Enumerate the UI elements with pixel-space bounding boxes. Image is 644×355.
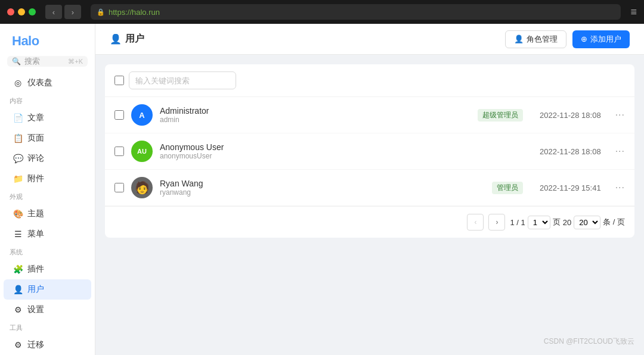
app-layout: Halo 🔍 搜索 ⌘+K ◎ 仪表盘 内容 📄 文章 📋 页面 💬 评论 📁 …	[0, 24, 644, 355]
page-title-icon: 👤	[110, 33, 122, 45]
pagination-current: 1 / 1	[510, 218, 525, 227]
sidebar-item-attachments[interactable]: 📁 附件	[4, 169, 91, 189]
user-avatar-3: 🧑	[131, 177, 153, 198]
user-checkbox-2[interactable]	[114, 147, 124, 156]
user-more-actions-2[interactable]: ···	[615, 146, 625, 157]
user-avatar-1: A	[131, 104, 153, 126]
user-login-name-3: ryanwang	[160, 188, 485, 197]
add-user-button[interactable]: ⊕ 添加用户	[572, 30, 630, 48]
pagination-next-button[interactable]: ›	[488, 214, 505, 231]
minimize-traffic-light[interactable]	[18, 8, 25, 15]
sidebar-item-label: 评论	[27, 153, 44, 164]
table-row: 🧑 Ryan Wang ryanwang 管理员 2022-11-29 15:4…	[105, 170, 634, 206]
migrate-icon: ⚙	[13, 340, 23, 350]
sidebar-item-themes[interactable]: 🎨 主题	[4, 204, 91, 224]
table-row: AU Anonymous User anonymousUser 2022-11-…	[105, 133, 634, 170]
role-btn-label: 角色管理	[527, 34, 558, 45]
add-icon: ⊕	[581, 35, 587, 43]
sidebar-search[interactable]: 🔍 搜索 ⌘+K	[7, 56, 88, 67]
sidebar-item-label: 迁移	[27, 340, 44, 350]
search-icon: 🔍	[12, 57, 21, 66]
add-btn-label: 添加用户	[590, 34, 621, 45]
user-display-name-3: Ryan Wang	[160, 179, 485, 188]
pagination-row: ‹ › 1 / 1 1 页 20 20 条 / 页	[105, 206, 634, 238]
sidebar-item-users[interactable]: 👤 用户	[4, 279, 91, 300]
settings-icon: ⚙	[13, 305, 23, 314]
page-title: 👤 用户	[110, 33, 144, 45]
user-avatar-2: AU	[131, 141, 153, 162]
user-more-actions-1[interactable]: ···	[615, 110, 625, 120]
user-role-badge-3: 管理员	[492, 182, 523, 194]
pagination-page-select[interactable]: 1	[528, 216, 550, 229]
users-table-card: A Administrator admin 超级管理员 2022-11-28 1…	[105, 64, 634, 238]
sidebar-item-dashboard[interactable]: ◎ 仪表盘	[4, 73, 91, 93]
sidebar-item-label: 页面	[27, 133, 44, 144]
search-shortcut: ⌘+K	[68, 58, 83, 66]
titlebar: ‹ › 🔒 https://halo.run ≡	[0, 0, 644, 24]
search-input[interactable]	[135, 76, 230, 85]
sidebar-section-appearance: 外观	[0, 189, 95, 204]
user-more-actions-3[interactable]: ···	[615, 182, 625, 193]
sidebar-section-content: 内容	[0, 93, 95, 108]
nav-buttons: ‹ ›	[45, 5, 81, 19]
page-header: 👤 用户 👤 角色管理 ⊕ 添加用户	[95, 24, 644, 55]
user-display-name-2: Anonymous User	[160, 142, 532, 152]
pagination-prev-button[interactable]: ‹	[467, 214, 484, 231]
sidebar-section-system: 系统	[0, 244, 95, 259]
page-header-actions: 👤 角色管理 ⊕ 添加用户	[505, 30, 630, 48]
menus-icon: ☰	[13, 229, 23, 239]
sidebar-item-label: 文章	[27, 113, 44, 123]
role-icon: 👤	[514, 35, 524, 43]
address-bar[interactable]: 🔒 https://halo.run	[91, 4, 621, 20]
sidebar-item-label: 附件	[27, 173, 44, 184]
traffic-lights	[7, 8, 36, 15]
sidebar-item-comments[interactable]: 💬 评论	[4, 148, 91, 169]
menu-button[interactable]: ≡	[630, 6, 637, 18]
select-all-checkbox[interactable]	[114, 76, 124, 85]
users-icon: 👤	[13, 285, 23, 294]
role-management-button[interactable]: 👤 角色管理	[505, 30, 566, 48]
attachments-icon: 📁	[13, 174, 23, 183]
user-checkbox-1[interactable]	[114, 110, 124, 120]
plugins-icon: 🧩	[13, 264, 23, 274]
pagination-per-page-select[interactable]: 20	[574, 216, 600, 229]
user-time-1: 2022-11-28 18:08	[540, 111, 601, 120]
user-time-3: 2022-11-29 15:41	[540, 183, 601, 192]
close-traffic-light[interactable]	[7, 8, 14, 15]
pagination-info: 1 / 1 1 页 20 20 条 / 页	[510, 216, 625, 229]
pages-icon: 📋	[13, 133, 23, 143]
articles-icon: 📄	[13, 113, 23, 123]
sidebar-item-label: 设置	[27, 304, 44, 315]
back-button[interactable]: ‹	[45, 5, 62, 19]
user-login-name-1: admin	[160, 116, 470, 124]
search-label: 搜索	[24, 56, 64, 67]
user-display-name-1: Administrator	[160, 106, 470, 116]
comments-icon: 💬	[13, 154, 23, 163]
sidebar-item-label: 仪表盘	[27, 77, 52, 88]
sidebar: Halo 🔍 搜索 ⌘+K ◎ 仪表盘 内容 📄 文章 📋 页面 💬 评论 📁 …	[0, 24, 95, 355]
maximize-traffic-light[interactable]	[29, 8, 36, 15]
user-role-badge-1: 超级管理员	[478, 109, 523, 122]
forward-button[interactable]: ›	[64, 5, 81, 19]
user-time-2: 2022-11-28 18:08	[540, 147, 601, 156]
sidebar-logo: Halo	[0, 24, 95, 56]
lock-icon: 🔒	[97, 8, 105, 16]
sidebar-item-plugins[interactable]: 🧩 插件	[4, 259, 91, 279]
sidebar-item-pages[interactable]: 📋 页面	[4, 128, 91, 148]
search-input-wrapper	[129, 71, 236, 89]
sidebar-item-articles[interactable]: 📄 文章	[4, 108, 91, 128]
sidebar-item-settings[interactable]: ⚙ 设置	[4, 300, 91, 320]
themes-icon: 🎨	[13, 209, 23, 219]
page-title-text: 用户	[125, 33, 144, 45]
user-checkbox-3[interactable]	[114, 183, 124, 192]
sidebar-item-label: 主题	[27, 208, 44, 219]
pagination-per-page-unit: 条 / 页	[603, 217, 625, 228]
sidebar-item-label: 用户	[27, 284, 44, 295]
pagination-page-label: 页	[553, 217, 561, 228]
sidebar-item-migrate[interactable]: ⚙ 迁移	[4, 335, 91, 355]
content-area: A Administrator admin 超级管理员 2022-11-28 1…	[95, 55, 644, 355]
sidebar-item-menus[interactable]: ☰ 菜单	[4, 224, 91, 244]
table-row: A Administrator admin 超级管理员 2022-11-28 1…	[105, 97, 634, 133]
sidebar-item-label: 插件	[27, 264, 44, 275]
sidebar-section-tools: 工具	[0, 320, 95, 335]
